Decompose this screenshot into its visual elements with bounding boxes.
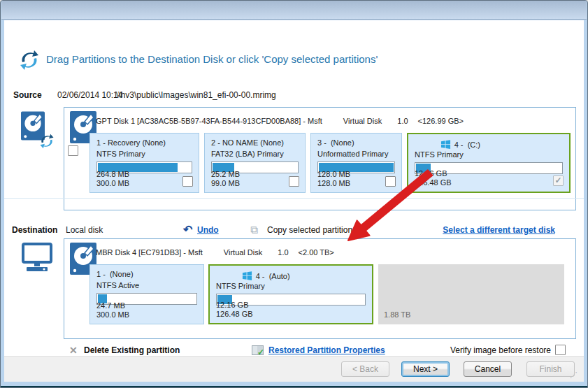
partition-source-3[interactable]: 3 - (None) Unformatted Primary 128.0 MB …: [310, 133, 402, 193]
partition-used: 24.7 MB: [96, 301, 129, 310]
destination-label: Destination: [12, 225, 57, 235]
destination-disk-header: MBR Disk 4 [EC791DB3] - Msft Virtual Dis…: [96, 248, 334, 257]
window-bottom-edge: [1, 386, 587, 387]
partition-checkbox[interactable]: [289, 176, 299, 187]
source-label: Source: [13, 90, 42, 100]
copy-partitions-icon: ⧉: [250, 224, 258, 236]
windows-logo-icon: [415, 139, 451, 150]
cancel-button[interactable]: Cancel: [464, 361, 512, 377]
partition-total: 300.0 MB: [96, 310, 129, 319]
source-restore-disk-icon: [21, 111, 53, 148]
source-disk-kind: Virtual Disk: [343, 117, 382, 125]
partition-filesystem: NTFS Primary: [216, 282, 265, 290]
next-button[interactable]: Next >: [401, 361, 450, 377]
unallocated-size: 1.88 TB: [384, 310, 410, 319]
unallocated-space[interactable]: 1.88 TB: [378, 264, 564, 324]
source-disk-panel: GPT Disk 1 [AC38AC5B-5B97-43FA-B544-913C…: [64, 107, 576, 210]
partition-filesystem: FAT32 (LBA) Primary: [211, 150, 284, 158]
partition-checkbox[interactable]: [553, 175, 564, 186]
partition-filesystem: NTFS Primary: [96, 150, 145, 158]
restore-wizard-window: Drag Partitions to the Destination Disk …: [0, 0, 588, 388]
partition-name: 3 - (None): [317, 138, 354, 147]
source-disk-name: GPT Disk 1 [AC38AC5B-5B97-43FA-B544-913C…: [96, 117, 322, 125]
windows-logo-icon: [216, 271, 252, 281]
verify-image-checkbox[interactable]: [555, 345, 566, 355]
partition-source-4[interactable]: 4 - (C:) NTFS Primary 12.16 GB 126.48 GB: [407, 133, 571, 193]
dialog-content: Drag Partitions to the Destination Disk …: [4, 20, 584, 356]
partition-source-1[interactable]: 1 - Recovery (None) NTFS Primary 264.8 M…: [89, 133, 199, 193]
partition-total: 126.48 GB: [216, 310, 253, 319]
source-disk-checkbox[interactable]: [68, 145, 78, 156]
finish-button[interactable]: Finish: [526, 361, 575, 377]
delete-existing-partition-button[interactable]: Delete Existing partition: [84, 345, 180, 355]
partition-filesystem: Unformatted Primary: [317, 150, 388, 158]
section-divider: [4, 198, 584, 199]
partition-name: 1 - Recovery (None): [96, 138, 166, 147]
titlebar[interactable]: [1, 1, 587, 20]
resize-grip[interactable]: ⋰: [570, 371, 578, 379]
select-target-link[interactable]: Select a different target disk: [443, 225, 555, 235]
partition-used: 128.0 MB: [317, 170, 350, 179]
partition-dest-4[interactable]: 4 - (Auto) NTFS Primary 12.16 GB 126.48 …: [208, 264, 373, 324]
partition-checkbox[interactable]: [182, 176, 193, 187]
restored-properties-icon: [252, 345, 264, 355]
undo-icon: ↶: [183, 223, 192, 236]
partition-filesystem: NTFS Active: [96, 281, 139, 289]
copy-partitions-button[interactable]: Copy selected partitions: [267, 225, 357, 235]
destination-disk-panel: MBR Disk 4 [EC791DB3] - Msft Virtual Dis…: [64, 238, 576, 339]
partition-dest-1[interactable]: 1 - (None) NTFS Active 24.7 MB 300.0 MB: [89, 264, 204, 324]
delete-x-icon: ✕: [69, 345, 78, 356]
partition-used: 264.8 MB: [96, 170, 129, 179]
partition-used: 12.16 GB: [415, 169, 452, 178]
partition-total: 300.0 MB: [96, 179, 129, 188]
partition-name: 4 - (Auto): [256, 272, 290, 280]
source-disk-capacity: <126.99 GB>: [418, 117, 464, 125]
partition-used: 12.16 GB: [216, 301, 253, 310]
source-timestamp: 02/06/2014 10:14: [57, 90, 122, 100]
undo-link[interactable]: Undo: [197, 225, 219, 235]
verify-image-label: Verify image before restore: [450, 345, 551, 355]
dest-disk-capacity: <2.00 TB>: [299, 248, 334, 257]
destination-target-type: Local disk: [66, 225, 103, 235]
source-disk-version: 1.0: [397, 117, 408, 125]
partition-used: 25.2 MB: [211, 170, 240, 179]
restored-properties-link[interactable]: Restored Partition Properties: [268, 345, 385, 355]
restore-cycle-icon: [18, 50, 41, 73]
partition-checkbox[interactable]: [385, 176, 396, 187]
partition-total: 126.48 GB: [415, 178, 452, 187]
partition-source-2[interactable]: 2 - NO NAME (None) FAT32 (LBA) Primary 2…: [204, 133, 306, 193]
dest-disk-name: MBR Disk 4 [EC791DB3] - Msft: [96, 248, 203, 257]
dialog-footer: < Back Next > Cancel Finish ⋰: [4, 356, 584, 382]
destination-computer-icon: [21, 243, 53, 275]
partition-filesystem: NTFS Primary: [415, 150, 464, 159]
source-disk-header: GPT Disk 1 [AC38AC5B-5B97-43FA-B544-913C…: [96, 117, 464, 125]
source-image-path: \\hv3\public\Images\win81_efi-00-00.mrim…: [116, 90, 276, 100]
partition-name: 1 - (None): [96, 270, 134, 278]
partition-total: 99.0 MB: [211, 179, 240, 188]
page-title: Drag Partitions to the Destination Disk …: [46, 53, 378, 65]
partition-total: 128.0 MB: [317, 179, 350, 188]
partition-name: 2 - NO NAME (None): [211, 138, 284, 147]
dest-disk-version: 1.0: [278, 248, 288, 257]
dest-disk-kind: Virtual Disk: [224, 248, 262, 257]
partition-name: 4 - (C:): [454, 141, 480, 149]
back-button[interactable]: < Back: [341, 361, 389, 377]
